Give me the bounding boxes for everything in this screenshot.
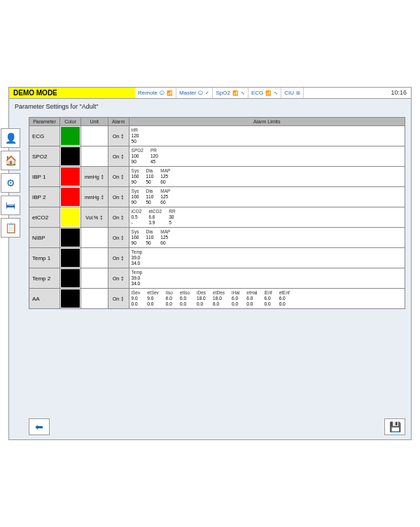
limit-value: 0.5 — [132, 214, 142, 220]
limit-value: 110 — [146, 235, 153, 240]
chevron-updown-icon[interactable]: ▲▼ — [99, 214, 103, 220]
limit-value: 0.0 — [197, 301, 206, 307]
alarm-cell[interactable]: On▲▼ — [108, 126, 129, 146]
color-swatch — [61, 147, 80, 165]
alarm-cell[interactable]: On▲▼ — [108, 248, 129, 268]
limit-value: 160 — [132, 174, 139, 179]
limits-cell: iCO20.5-etCO26.63.9RR305 — [129, 207, 405, 228]
color-cell[interactable] — [60, 126, 81, 146]
limit-header: Dia — [146, 189, 153, 194]
color-cell[interactable] — [60, 268, 81, 289]
limit-value: 0.0 — [246, 301, 257, 307]
limits-cell: Sys16090Dia11050MAP12560 — [129, 167, 405, 187]
color-swatch — [61, 249, 80, 267]
limit-value: 18.0 — [197, 296, 206, 301]
table-row: etCO2Vol.%▲▼On▲▼iCO20.5-etCO26.63.9RR305 — [29, 207, 405, 228]
limit-value: 60 — [160, 240, 170, 246]
status-icon: 📶 — [232, 90, 239, 96]
chevron-updown-icon[interactable]: ▲▼ — [120, 214, 124, 220]
limit-value: 120 — [150, 153, 158, 159]
limit-column: Dia11050 — [146, 189, 153, 205]
col-parameter: Parameter — [29, 118, 60, 126]
color-cell[interactable] — [60, 228, 81, 248]
limit-value: 90 — [132, 240, 139, 246]
chevron-updown-icon[interactable]: ▲▼ — [120, 194, 124, 200]
table-row: ECGOn▲▼HR12050 — [29, 126, 405, 146]
unit-value: Vol.% — [85, 215, 98, 220]
limit-header: etIso — [180, 290, 190, 296]
chevron-updown-icon[interactable]: ▲▼ — [120, 235, 124, 240]
alarm-cell[interactable]: On▲▼ — [108, 289, 129, 309]
status-icon: 🖵 — [198, 90, 203, 95]
limit-value: 34.0 — [132, 261, 143, 266]
color-cell[interactable] — [60, 289, 81, 309]
limit-header: etEnf — [279, 290, 290, 296]
chevron-updown-icon[interactable]: ▲▼ — [120, 153, 124, 159]
limits-cell: HR12050 — [129, 126, 405, 146]
unit-cell[interactable]: Vol.%▲▼ — [81, 207, 108, 228]
color-swatch — [61, 208, 80, 226]
chevron-updown-icon[interactable]: ▲▼ — [101, 174, 104, 179]
param-cell: Temp 2 — [29, 268, 60, 289]
limit-column: MAP12560 — [160, 189, 170, 205]
alarm-cell[interactable]: On▲▼ — [108, 146, 129, 167]
limit-column: MAP12560 — [160, 229, 170, 246]
table-row: Temp 1On▲▼Temp39.034.0 — [29, 248, 405, 268]
param-cell: SPO2 — [29, 146, 60, 167]
status-label: Master — [179, 90, 196, 96]
limit-header: MAP — [160, 229, 170, 235]
status-item[interactable]: ECG📶∿ — [248, 88, 281, 98]
unit-cell[interactable]: mmHg▲▼ — [81, 187, 108, 207]
color-cell[interactable] — [60, 167, 81, 187]
limit-header: SPO2 — [132, 148, 144, 153]
alarm-cell[interactable]: On▲▼ — [108, 167, 129, 187]
limit-column: Sys16090 — [132, 229, 139, 246]
chevron-updown-icon[interactable]: ▲▼ — [120, 174, 124, 179]
color-cell[interactable] — [60, 207, 81, 228]
alarm-cell[interactable]: On▲▼ — [108, 207, 129, 228]
unit-cell[interactable]: mmHg▲▼ — [81, 167, 108, 187]
color-cell[interactable] — [60, 248, 81, 268]
limit-column: iSev9.00.0 — [132, 290, 141, 307]
status-item[interactable]: CIU⊞ — [281, 88, 304, 98]
limit-value: 125 — [160, 194, 170, 200]
chevron-updown-icon[interactable]: ▲▼ — [120, 296, 124, 301]
status-label: ECG — [251, 90, 263, 96]
table-row: IBP 1mmHg▲▼On▲▼Sys16090Dia11050MAP12560 — [29, 167, 405, 187]
alarm-cell[interactable]: On▲▼ — [108, 228, 129, 248]
chevron-updown-icon[interactable]: ▲▼ — [120, 255, 124, 261]
limits-cell: Sys16090Dia11050MAP12560 — [129, 228, 405, 248]
color-cell[interactable] — [60, 187, 81, 207]
limit-column: MAP12560 — [160, 168, 170, 185]
limits-cell: Temp39.034.0 — [129, 268, 405, 289]
color-swatch — [61, 127, 80, 145]
content-area: Parameter Color Unit Alarm Alarm Limits … — [9, 114, 411, 438]
limit-column: etIso6.00.0 — [180, 290, 190, 307]
limit-value: 6.0 — [232, 296, 239, 301]
alarm-cell[interactable]: On▲▼ — [108, 268, 129, 289]
alarm-cell[interactable]: On▲▼ — [108, 187, 129, 207]
limit-column: iIso6.00.0 — [166, 290, 173, 307]
status-item[interactable]: Master🖵✓ — [176, 88, 213, 98]
status-item[interactable]: Remote🖵📶 — [135, 88, 176, 98]
unit-cell — [81, 228, 108, 248]
alarm-value: On — [113, 296, 119, 301]
chevron-updown-icon[interactable]: ▲▼ — [101, 194, 104, 200]
alarm-value: On — [113, 134, 119, 139]
param-cell: etCO2 — [29, 207, 60, 228]
limit-value: 6.0 — [279, 296, 290, 301]
col-alarm: Alarm — [108, 118, 129, 126]
limit-header: Dia — [146, 168, 153, 174]
limit-column: iHal6.00.0 — [232, 290, 239, 307]
chevron-updown-icon[interactable]: ▲▼ — [120, 133, 124, 139]
status-bar: Remote🖵📶Master🖵✓SpO2📶∿ECG📶∿CIU⊞ — [135, 88, 386, 98]
chevron-updown-icon[interactable]: ▲▼ — [120, 275, 124, 281]
limit-value: 125 — [160, 174, 170, 179]
status-item[interactable]: SpO2📶∿ — [213, 88, 248, 98]
back-button[interactable]: ⬅ — [29, 418, 50, 435]
save-button[interactable]: 💾 — [384, 418, 405, 435]
limit-value: 125 — [160, 235, 170, 240]
limit-header: Temp — [132, 249, 143, 255]
limit-header: iCO2 — [132, 209, 142, 214]
color-cell[interactable] — [60, 146, 81, 167]
